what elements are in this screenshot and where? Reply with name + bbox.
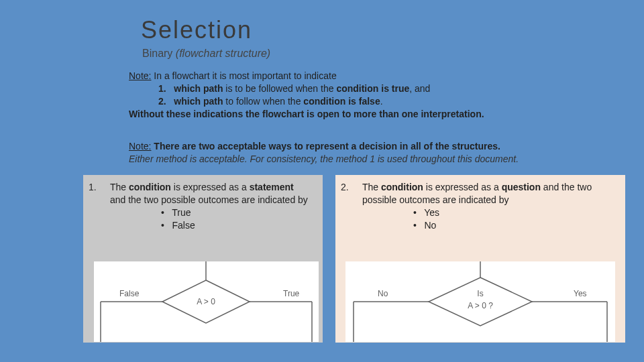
note1-li1-b: condition is true [336, 83, 409, 94]
diagram-condition-label: A > 0 [197, 297, 215, 306]
diagram-yes-label: Yes [574, 289, 587, 298]
bullet-no: No [424, 220, 436, 231]
note2-italic: Either method is acceptable. For consist… [129, 154, 519, 164]
diagram-no-label: No [378, 289, 388, 298]
diagram-false-label: False [119, 289, 140, 298]
note1-list: 1. which path is to be followed when the… [158, 82, 550, 108]
note1-li1-pre: which path [174, 83, 223, 94]
bullet-true: True [172, 207, 191, 218]
method-1-text: The condition is expressed as a statemen… [110, 181, 309, 232]
note1-item-2: 2. which path to follow when the conditi… [158, 95, 550, 108]
diagram-true-label: True [283, 289, 300, 298]
note1-li2-no: 2. [158, 96, 166, 107]
bullet-false: False [172, 220, 195, 231]
note-label: Note: [129, 70, 151, 81]
bullet-yes: Yes [424, 207, 439, 218]
note1-li1-no: 1. [158, 83, 166, 94]
note1-lead: In a flowchart it is most important to i… [151, 70, 336, 81]
note-block-2: Note: There are two acceptable ways to r… [129, 140, 604, 166]
diagram-q-line2: A > 0 ? [468, 301, 493, 310]
page-title: Selection [141, 16, 252, 44]
slide: Selection Binary (flowchart structure) N… [0, 0, 644, 362]
note1-li2-mid: to follow when the [223, 96, 303, 107]
note1-li1-mid: is to be followed when the [223, 83, 336, 94]
note2-label: Note: [129, 141, 151, 152]
note1-li2-pre: which path [174, 96, 223, 107]
method-2-bullets: • Yes • No [413, 206, 612, 232]
note1-li1-end: , and [409, 83, 430, 94]
method-1-number: 1. [89, 181, 107, 194]
method-2-text: The condition is expressed as a question… [362, 181, 612, 232]
method-2-number: 2. [341, 181, 360, 194]
note1-li2-end: . [380, 96, 383, 107]
note1-li2-b: condition is false [303, 96, 380, 107]
note-block-1: Note: In a flowchart it is most importan… [129, 70, 550, 121]
subtitle-italic: (flowchart structure) [176, 48, 270, 59]
note2-body: There are two acceptable ways to represe… [151, 141, 500, 152]
method-1-bullets: • True • False [161, 206, 309, 232]
diagram-q-line1: Is [477, 289, 483, 298]
subtitle-lead: Binary [142, 48, 172, 59]
page-subtitle: Binary (flowchart structure) [142, 48, 270, 60]
diagram-question: Is A > 0 ? No Yes [345, 261, 615, 342]
note1-item-1: 1. which path is to be followed when the… [158, 82, 550, 95]
note1-close: Without these indications the flowchart … [129, 109, 484, 119]
diagram-statement: A > 0 False True [94, 261, 319, 342]
